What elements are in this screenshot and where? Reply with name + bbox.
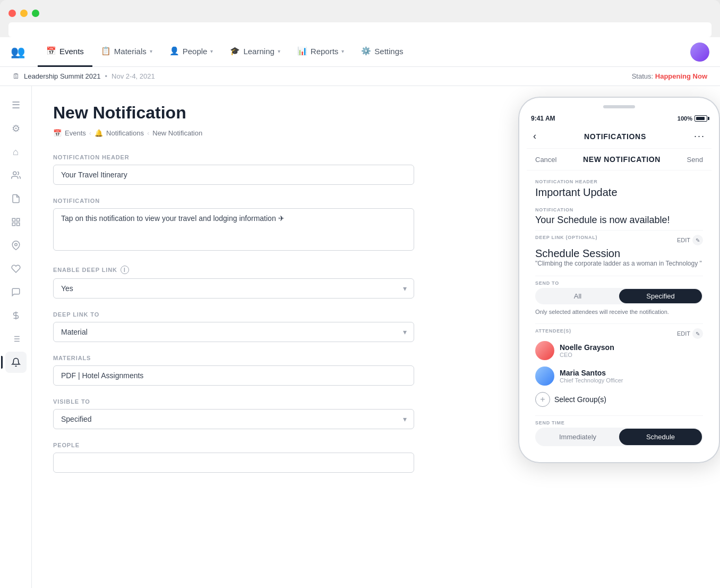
sidebar-chat-icon[interactable]: [5, 282, 27, 303]
breadcrumb-current: New Notification: [152, 129, 202, 137]
breadcrumb-events-icon: 📅: [53, 129, 62, 137]
minimize-button[interactable]: [20, 10, 28, 17]
notification-header-label: NOTIFICATION HEADER: [53, 154, 414, 160]
phone-deep-link-edit-icon: ✎: [692, 235, 703, 245]
close-button[interactable]: [8, 10, 16, 17]
form-section: NOTIFICATION HEADER NOTIFICATION Tap on …: [53, 154, 414, 473]
divider4: [535, 415, 703, 416]
phone-attendee-row-0: Noelle Grayson CEO: [535, 341, 703, 360]
deep-link-to-select[interactable]: Material Session Speaker: [53, 322, 414, 342]
sidebar: ☰ ⚙ ⌂: [0, 86, 32, 588]
breadcrumb-notifications-link[interactable]: Notifications: [106, 129, 144, 137]
enable-deep-link-select-wrapper: Yes No ▾: [53, 278, 414, 299]
phone-select-groups-button[interactable]: + Select Group(s): [535, 392, 703, 407]
nav-people-icon: 👤: [169, 46, 179, 56]
phone-notch: [527, 105, 712, 108]
nav-item-settings[interactable]: ⚙️ Settings: [353, 37, 412, 67]
nav-learning-icon: 🎓: [230, 46, 240, 56]
sidebar-heart-icon[interactable]: [5, 258, 27, 279]
svg-rect-4: [12, 223, 15, 226]
url-bar[interactable]: [8, 22, 712, 37]
phone-deep-link-edit-button[interactable]: EDIT ✎: [677, 235, 703, 245]
phone-cancel-button[interactable]: Cancel: [535, 156, 556, 164]
avatar-image: [690, 42, 709, 62]
visible-to-select[interactable]: Specified All: [53, 409, 414, 429]
subheader-left: 🗓 Leadership Summit 2021 • Nov 2-4, 2021: [13, 72, 155, 80]
nav-item-events[interactable]: 📅 Events: [38, 37, 92, 67]
sidebar-menu-icon[interactable]: ☰: [5, 95, 27, 116]
phone-mockup-container: 9:41 AM 100% ‹ NOTIFICATIONS ···: [518, 97, 720, 463]
phone-send-time-label: SEND TIME: [535, 420, 703, 425]
event-date: Nov 2-4, 2021: [112, 72, 155, 80]
phone-send-schedule-button[interactable]: Schedule: [619, 429, 702, 445]
materials-input[interactable]: [53, 365, 414, 386]
divider: [535, 230, 703, 231]
notification-textarea[interactable]: Tap on this notification to view your tr…: [53, 208, 414, 251]
divider2: [535, 276, 703, 276]
top-nav: 👥 📅 Events 📋 Materials ▾ 👤 People ▾ 🎓 Le…: [0, 37, 720, 67]
breadcrumb-events-link[interactable]: Events: [65, 129, 86, 137]
deep-link-to-label: DEEP LINK TO: [53, 311, 414, 318]
nav-item-materials[interactable]: 📋 Materials ▾: [92, 37, 161, 67]
main-layout: ☰ ⚙ ⌂: [0, 86, 720, 588]
sidebar-grid-icon[interactable]: [5, 211, 27, 233]
sidebar-location-icon[interactable]: [5, 235, 27, 256]
select-groups-label: Select Group(s): [554, 395, 606, 404]
attendee-avatar-noelle: [535, 341, 554, 360]
phone-attendees-edit-button[interactable]: EDIT ✎: [677, 328, 703, 339]
battery-percentage: 100%: [678, 115, 692, 122]
subheader-event-icon: 🗓: [13, 72, 20, 80]
sidebar-people-icon[interactable]: [5, 165, 27, 186]
status-badge: Happening Now: [655, 72, 707, 80]
svg-point-0: [13, 172, 16, 175]
sidebar-bell-icon[interactable]: [5, 352, 27, 373]
phone-send-immediately-button[interactable]: Immediately: [536, 429, 619, 445]
form-group-notification: NOTIFICATION Tap on this notification to…: [53, 198, 414, 253]
svg-rect-3: [16, 223, 19, 226]
people-label: PEOPLE: [53, 442, 414, 448]
phone-notifications-header: ‹ NOTIFICATIONS ···: [527, 126, 712, 149]
nav-item-people[interactable]: 👤 People ▾: [161, 37, 222, 67]
phone-send-to-specified-button[interactable]: Specified: [619, 289, 702, 303]
phone-time: 9:41 AM: [531, 115, 555, 122]
notification-header-input[interactable]: [53, 165, 414, 185]
phone-attendees-section: ATTENDEE(S) EDIT ✎: [535, 328, 703, 407]
phone-deep-link-value: Schedule Session: [535, 248, 703, 260]
people-input[interactable]: [53, 453, 414, 473]
info-icon[interactable]: i: [121, 266, 129, 274]
sidebar-settings-icon[interactable]: ⚙: [5, 118, 27, 139]
phone-new-notification-title: NEW NOTIFICATION: [583, 155, 661, 164]
sidebar-home-icon[interactable]: ⌂: [5, 141, 27, 163]
phone-back-button[interactable]: ‹: [533, 131, 536, 142]
phone-more-button[interactable]: ···: [694, 131, 705, 142]
phone-send-to-all-button[interactable]: All: [536, 289, 619, 303]
phone-attendee-row-1: Maria Santos Chief Technology Officer: [535, 367, 703, 386]
attendee-name-noelle: Noelle Grayson: [560, 343, 614, 352]
avatar[interactable]: [690, 42, 709, 62]
visible-to-label: VISIBLE TO: [53, 398, 414, 405]
phone-attendees-label: ATTENDEE(S): [535, 328, 571, 334]
nav-reports-icon: 📊: [297, 46, 307, 56]
nav-item-learning[interactable]: 🎓 Learning ▾: [221, 37, 288, 67]
phone-notif-header-label: NOTIFICATION HEADER: [535, 179, 703, 184]
enable-deep-link-select[interactable]: Yes No: [53, 278, 414, 299]
form-group-people: PEOPLE: [53, 442, 414, 473]
phone-frame: 9:41 AM 100% ‹ NOTIFICATIONS ···: [518, 97, 720, 463]
attendee-title-noelle: CEO: [560, 352, 614, 358]
form-group-header: NOTIFICATION HEADER: [53, 154, 414, 185]
chevron-down-icon: ▾: [278, 48, 280, 54]
phone-new-notification-bar: Cancel NEW NOTIFICATION Send: [527, 149, 712, 171]
maximize-button[interactable]: [32, 10, 39, 17]
nav-logo[interactable]: 👥: [11, 45, 25, 59]
subheader-right: Status: Happening Now: [632, 72, 707, 80]
sidebar-list-icon[interactable]: [5, 328, 27, 350]
phone-send-button[interactable]: Send: [687, 156, 703, 164]
enable-deep-link-label: ENABLE DEEP LINK i: [53, 266, 414, 274]
phone-send-to-label: SEND TO: [535, 280, 703, 286]
sidebar-utensils-icon[interactable]: [5, 305, 27, 326]
chevron-down-icon: ▾: [210, 48, 213, 54]
nav-item-reports[interactable]: 📊 Reports ▾: [289, 37, 353, 67]
nav-calendar-icon: 📅: [46, 46, 56, 56]
sidebar-document-icon[interactable]: [5, 188, 27, 209]
phone-send-note: Only selected attendees will receive the…: [535, 309, 703, 315]
